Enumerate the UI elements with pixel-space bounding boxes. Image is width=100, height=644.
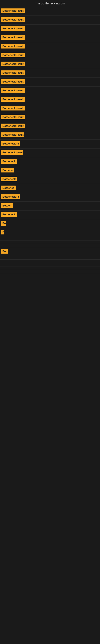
bottleneck-result-tag: Bottleneck <box>1 177 17 181</box>
bottleneck-result-tag: Bott <box>1 249 8 254</box>
list-item[interactable]: Bottleneck result <box>0 104 100 113</box>
list-item[interactable] <box>0 240 100 244</box>
list-item[interactable]: Bottleneck re <box>0 140 100 148</box>
bottleneck-result-tag: Bottlene <box>1 168 14 172</box>
list-item[interactable]: Bottleneck result <box>0 51 100 60</box>
list-item[interactable]: Bottleneck result <box>0 86 100 96</box>
list-item[interactable]: Bottleneck result <box>0 131 100 140</box>
list-item[interactable]: Bottleneck result <box>0 7 100 16</box>
list-item[interactable]: Bottleneck result <box>0 34 100 42</box>
list-item[interactable]: Bottleneck re <box>0 193 100 202</box>
list-item[interactable] <box>0 260 100 263</box>
list-item[interactable]: Bottleneck resul <box>0 148 100 158</box>
list-item[interactable]: Bottlene <box>0 166 100 175</box>
bottleneck-result-tag: Bottleneck result <box>1 17 25 22</box>
list-item[interactable]: Bottlen <box>0 202 100 210</box>
bottleneck-result-tag: Bottleneck result <box>1 79 25 84</box>
list-item[interactable]: Bott <box>0 247 100 256</box>
bottleneck-result-tag: Bottleneck resul <box>1 150 23 155</box>
list-item[interactable]: Bottleneck <box>0 175 100 184</box>
bottleneck-result-tag: Bottleneck result <box>1 124 25 128</box>
list-item[interactable] <box>0 266 100 270</box>
list-item[interactable]: Bottleneck result <box>0 42 100 51</box>
bottleneck-result-tag: Bottleneck result <box>1 62 25 66</box>
bottleneck-result-tag: Bottleneck <box>1 159 17 164</box>
bottleneck-result-tag: Bottleneck result <box>1 8 25 13</box>
bottleneck-result-tag: Bottleneck re <box>1 141 20 146</box>
bottleneck-result-tag: Bottleneck <box>1 212 17 217</box>
list-item[interactable] <box>0 244 100 247</box>
list-item[interactable]: Bottleneck result <box>0 113 100 122</box>
bottleneck-result-tag: Bottleneck result <box>1 44 25 48</box>
bottleneck-result-tag: Bottleneck result <box>1 88 25 93</box>
bottleneck-result-tag: Bottleneck re <box>1 194 20 199</box>
bottleneck-result-tag: Bo <box>1 221 6 226</box>
bottleneck-result-tag: Bottlen <box>1 203 13 208</box>
bottleneck-result-tag: Bottleneck result <box>1 53 25 57</box>
bottleneck-result-tag: Bottleneck result <box>1 70 25 75</box>
bottleneck-result-tag: Bottleneck result <box>1 26 25 31</box>
bottleneck-result-tag: Bottlenec <box>1 186 16 190</box>
list-item[interactable]: Bottleneck result <box>0 69 100 78</box>
list-item[interactable]: B <box>0 228 100 237</box>
bottleneck-result-tag: Bottleneck result <box>1 132 24 137</box>
bottleneck-result-tag: Bottleneck result <box>1 35 25 40</box>
bottleneck-result-tag: Bottleneck result <box>1 115 25 119</box>
list-item[interactable]: Bottlenec <box>0 184 100 193</box>
list-item[interactable] <box>0 237 100 240</box>
list-item[interactable]: Bottleneck result <box>0 60 100 69</box>
list-item[interactable]: Bottleneck result <box>0 122 100 131</box>
list-item[interactable] <box>0 256 100 260</box>
bottleneck-result-tag: Bottleneck result <box>1 106 25 110</box>
site-title: TheBottlenecker.com <box>0 0 100 7</box>
list-item[interactable]: Bottleneck <box>0 158 100 166</box>
list-item[interactable]: Bottleneck <box>0 210 100 219</box>
list-item[interactable]: Bo <box>0 219 100 228</box>
list-item[interactable]: Bottleneck result <box>0 78 100 86</box>
site-header: TheBottlenecker.com <box>0 0 100 7</box>
list-item[interactable] <box>0 270 100 273</box>
list-item[interactable]: Bottleneck result <box>0 16 100 24</box>
bottleneck-result-tag: B <box>1 230 4 234</box>
bottleneck-result-tag: Bottleneck result <box>1 97 25 102</box>
list-item[interactable]: Bottleneck result <box>0 96 100 104</box>
rows-container: Bottleneck resultBottleneck resultBottle… <box>0 7 100 273</box>
list-item[interactable] <box>0 263 100 266</box>
list-item[interactable]: Bottleneck result <box>0 24 100 34</box>
